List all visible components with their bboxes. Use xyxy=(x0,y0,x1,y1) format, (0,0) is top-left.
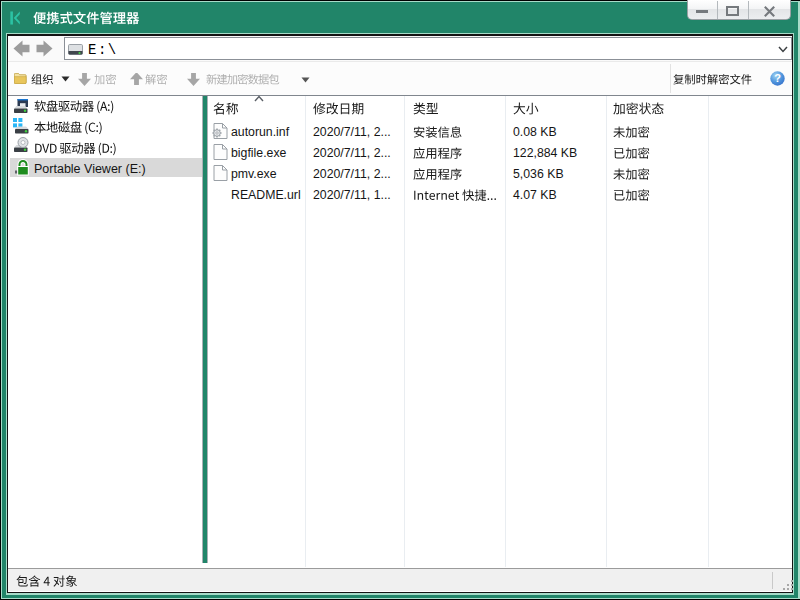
svg-text:?: ? xyxy=(774,72,781,84)
